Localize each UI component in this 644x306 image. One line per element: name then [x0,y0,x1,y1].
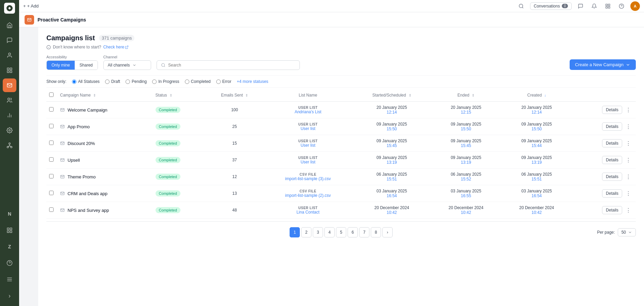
started-time: 13:19 [386,160,397,165]
row-checkbox[interactable] [49,107,54,112]
add-button[interactable]: + + Add [23,3,39,9]
sort-icon-active[interactable]: ↓ [544,93,546,97]
create-campaign-btn[interactable]: Create a New Campaign [570,59,636,70]
created-cell: 09 January 2025 15:44 [501,135,572,152]
status-completed[interactable]: Completed [185,79,211,84]
bell-icon[interactable] [589,1,599,11]
list-link[interactable]: import-list-sample (2).csv [285,193,331,198]
more-options-button[interactable]: ⋮ [624,139,633,148]
sort-icon[interactable]: ⇕ [245,93,248,97]
row-checkbox[interactable] [49,191,54,195]
list-type: CSV FILE [299,173,316,176]
sort-icon[interactable]: ⇕ [409,93,411,97]
sidebar-item-people[interactable] [3,93,16,107]
sidebar-item-apps[interactable] [3,223,16,237]
sidebar-item-expand[interactable]: › [3,289,16,303]
channel-select[interactable]: All channels [103,60,151,70]
details-button[interactable]: Details [602,106,622,114]
list-link[interactable]: User list [301,143,315,148]
sidebar-item-campaigns[interactable] [3,78,16,92]
row-checkbox[interactable] [49,124,54,128]
shared-btn[interactable]: Shared [75,61,98,70]
more-options-button[interactable]: ⋮ [624,189,633,198]
sidebar-item-zendesk[interactable]: Z [3,240,16,253]
emails-sent: 100 [206,102,263,118]
page-btn-1[interactable]: 1 [290,227,300,237]
page-btn-2[interactable]: 2 [301,227,311,237]
started-date: 09 January 2025 [377,122,407,127]
details-button[interactable]: Details [602,122,622,131]
more-options-button[interactable]: ⋮ [624,122,633,131]
list-link[interactable]: Lina Contact [296,210,319,215]
app-logo[interactable] [4,3,15,14]
status-badge: Completed [156,140,180,146]
user-avatar[interactable]: A [630,1,640,11]
svg-point-7 [8,98,10,100]
sidebar-item-integrations[interactable] [3,139,16,152]
list-link[interactable]: import-list-sample (3).csv [285,176,331,181]
status-all[interactable]: All Statuses [72,79,100,84]
sidebar-item-home[interactable] [3,18,16,32]
page-btn-4[interactable]: 4 [324,227,335,237]
more-options-button[interactable]: ⋮ [624,156,633,165]
page-btn-3[interactable]: 3 [313,227,323,237]
row-checkbox[interactable] [49,207,54,212]
details-button[interactable]: Details [602,206,622,214]
sort-icon[interactable]: ⇕ [170,93,172,97]
svg-point-1 [9,53,11,55]
sidebar-item-help[interactable] [3,256,16,270]
status-error[interactable]: Error [216,79,232,84]
details-button[interactable]: Details [602,139,622,147]
more-options-button[interactable]: ⋮ [624,105,633,115]
list-link[interactable]: User list [301,160,315,164]
ended-date: 09 January 2025 [451,155,481,160]
sidebar-item-analytics[interactable] [3,108,16,122]
details-button[interactable]: Details [602,156,622,164]
table-row: Discount 20% Completed 15 USER LIST User… [46,135,636,152]
sidebar: N Z › [0,0,19,306]
topbar-apps-icon[interactable] [617,1,626,11]
details-button[interactable]: Details [602,189,622,198]
only-mine-btn[interactable]: Only mine [47,61,75,70]
sidebar-item-settings[interactable] [3,123,16,137]
chat-icon[interactable] [576,1,585,11]
details-button[interactable]: Details [602,173,622,181]
sidebar-item-inbox[interactable] [3,33,16,47]
list-link[interactable]: User list [301,126,315,131]
per-page-select[interactable]: 50 [618,228,636,236]
conversations-button[interactable]: Conversations 0 [530,2,572,10]
page-btn-8[interactable]: 8 [371,227,381,237]
search-icon[interactable] [516,1,526,11]
col-emails-sent: Emails Sent ⇕ [206,89,263,102]
sidebar-item-reports[interactable] [3,63,16,77]
sidebar-item-n[interactable]: N [3,207,16,221]
page-btn-6[interactable]: 6 [348,227,358,237]
sidebar-item-contacts[interactable] [3,48,16,62]
page-btn-7[interactable]: 7 [359,227,369,237]
more-options-button[interactable]: ⋮ [624,206,633,215]
row-checkbox[interactable] [49,174,54,178]
help-link[interactable]: Check here [103,45,129,49]
email-icon [60,158,65,162]
sort-icon[interactable]: ⇕ [93,93,96,97]
page-btn-5[interactable]: 5 [336,227,346,237]
row-checkbox[interactable] [49,141,54,145]
page-title: Campaigns list [46,34,95,42]
status-draft[interactable]: Draft [105,79,120,84]
search-box[interactable] [157,60,300,70]
more-statuses-link[interactable]: +4 more statuses [237,79,268,84]
row-checkbox[interactable] [49,157,54,162]
more-options-button[interactable]: ⋮ [624,172,633,181]
status-in-progress[interactable]: In Progress [152,79,179,84]
apps-grid-icon[interactable] [603,1,613,11]
sidebar-item-shortcuts[interactable] [3,273,16,286]
page-btn-next[interactable]: › [382,227,393,237]
select-all-checkbox[interactable] [49,92,54,97]
ended-cell: 20 December 2024 10:42 [431,202,501,219]
list-link[interactable]: Andriana's List [295,110,321,114]
started-time: 15:45 [386,143,397,148]
status-pending[interactable]: Pending [126,79,147,84]
sort-icon[interactable]: ⇕ [472,93,474,97]
search-input[interactable] [168,63,295,68]
col-status: Status ⇕ [153,89,206,102]
